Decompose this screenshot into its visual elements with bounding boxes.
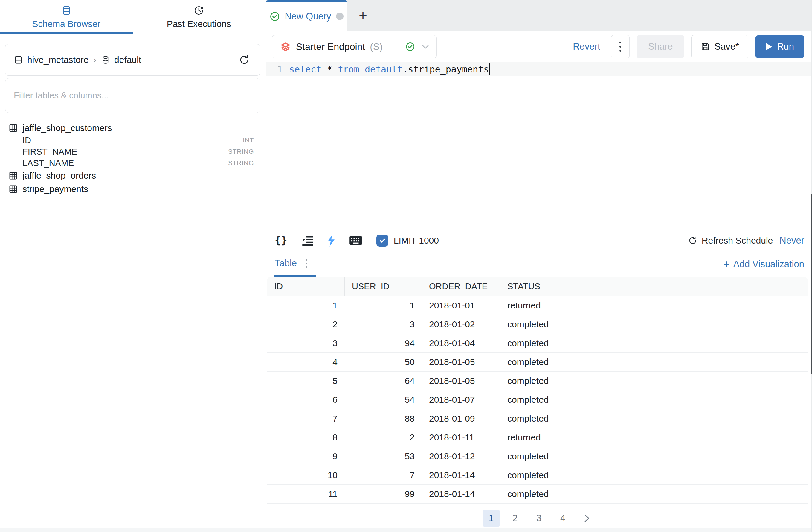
- cell-status: returned: [500, 428, 586, 447]
- schema-table-item[interactable]: jaffle_shop_customers: [5, 121, 260, 135]
- tab-new-query[interactable]: New Query: [266, 0, 347, 31]
- schema-column-name: LAST_NAME: [23, 158, 74, 168]
- sql-editor[interactable]: 1 select * from default.stripe_payments: [266, 62, 812, 230]
- lightning-icon[interactable]: [328, 235, 335, 247]
- sql-token: from: [338, 64, 359, 74]
- query-toolbar: Starter Endpoint (S) Revert: [266, 31, 812, 62]
- keyboard-shortcuts-icon[interactable]: [349, 236, 363, 246]
- filter-tables-input[interactable]: [14, 91, 251, 100]
- play-icon: [766, 43, 772, 51]
- schema-table-name: jaffle_shop_orders: [23, 170, 96, 181]
- endpoint-name: Starter Endpoint: [296, 41, 365, 52]
- cell-status: completed: [500, 315, 586, 334]
- cell-id: 2: [267, 315, 345, 334]
- table-row[interactable]: 10 7 2018-01-14 completed: [267, 466, 808, 485]
- breadcrumb-schema[interactable]: default: [114, 55, 141, 65]
- refresh-schedule: Refresh Schedule Never: [688, 235, 804, 246]
- share-button[interactable]: Share: [637, 35, 684, 58]
- cell-order-date: 2018-01-12: [422, 447, 500, 465]
- tab-past-executions-label: Past Executions: [167, 19, 231, 29]
- cell-user-id: 64: [345, 372, 422, 390]
- check-circle-icon: [270, 11, 280, 22]
- database-icon: [61, 5, 71, 16]
- cell-status: completed: [500, 353, 586, 371]
- run-button[interactable]: Run: [755, 35, 804, 58]
- limit-checkbox[interactable]: [376, 235, 388, 247]
- column-header-status[interactable]: STATUS: [500, 277, 586, 296]
- cell-order-date: 2018-01-01: [422, 296, 500, 315]
- more-options-button[interactable]: [611, 35, 629, 58]
- table-row[interactable]: 6 54 2018-01-07 completed: [267, 391, 808, 409]
- schema-database-icon: [101, 55, 110, 64]
- add-tab-button[interactable]: +: [347, 0, 378, 31]
- table-row[interactable]: 5 64 2018-01-05 completed: [267, 372, 808, 391]
- schema-column-name: FIRST_NAME: [23, 147, 77, 157]
- cell-order-date: 2018-01-09: [422, 409, 500, 428]
- chevron-right-icon: ›: [93, 55, 97, 65]
- cell-id: 1: [267, 296, 345, 315]
- format-braces-icon[interactable]: {}: [275, 235, 288, 246]
- endpoint-status-check-icon: [405, 42, 415, 52]
- tab-table-visualization[interactable]: Table: [274, 251, 316, 277]
- tab-schema-browser-label: Schema Browser: [32, 19, 100, 29]
- schema-column-item[interactable]: FIRST_NAME STRING: [5, 146, 260, 157]
- schema-list: jaffle_shop_customers ID INT FIRST_NAME …: [5, 121, 260, 196]
- schema-column-item[interactable]: LAST_NAME STRING: [5, 157, 260, 169]
- sql-token: default: [365, 64, 402, 74]
- next-page-button[interactable]: [578, 509, 596, 527]
- refresh-schedule-value[interactable]: Never: [779, 235, 804, 246]
- column-header-order-date[interactable]: ORDER_DATE: [422, 277, 500, 296]
- table-grid-icon: [9, 171, 18, 180]
- breadcrumb-catalog[interactable]: hive_metastore: [27, 55, 88, 65]
- tab-schema-browser[interactable]: Schema Browser: [0, 0, 133, 34]
- add-visualization-button[interactable]: + Add Visualization: [724, 251, 804, 277]
- save-button-label: Save*: [714, 41, 739, 52]
- table-tab-options-icon[interactable]: [306, 259, 307, 268]
- column-header-id[interactable]: ID: [267, 277, 345, 296]
- table-row[interactable]: 2 3 2018-01-02 completed: [267, 315, 808, 334]
- cell-user-id: 54: [345, 391, 422, 409]
- page-button[interactable]: 3: [531, 509, 548, 527]
- table-row[interactable]: 1 1 2018-01-01 returned: [267, 296, 808, 315]
- table-row[interactable]: 8 2 2018-01-11 returned: [267, 428, 808, 447]
- table-row[interactable]: 9 53 2018-01-12 completed: [267, 447, 808, 466]
- limit-label[interactable]: LIMIT 1000: [394, 236, 439, 246]
- cell-order-date: 2018-01-07: [422, 391, 500, 409]
- column-header-user-id[interactable]: USER_ID: [345, 277, 422, 296]
- breadcrumb[interactable]: hive_metastore › default: [5, 44, 228, 75]
- schema-table-item[interactable]: jaffle_shop_orders: [5, 169, 260, 182]
- schema-column-item[interactable]: ID INT: [5, 135, 260, 146]
- endpoint-size: (S): [370, 41, 383, 52]
- refresh-schema-button[interactable]: [228, 44, 260, 75]
- page-button[interactable]: 2: [506, 509, 524, 527]
- cell-order-date: 2018-01-11: [422, 428, 500, 447]
- revert-button[interactable]: Revert: [573, 41, 600, 52]
- scrollbar-thumb[interactable]: [811, 195, 812, 374]
- sql-token: [321, 64, 327, 74]
- sql-code: select * from default.stripe_payments: [289, 64, 489, 74]
- cell-order-date: 2018-01-04: [422, 334, 500, 352]
- table-row[interactable]: 3 94 2018-01-04 completed: [267, 334, 808, 353]
- page-button[interactable]: 1: [482, 509, 500, 527]
- cell-status: completed: [500, 485, 586, 503]
- save-button[interactable]: Save*: [691, 35, 748, 58]
- catalog-icon: [14, 55, 23, 65]
- tab-past-executions[interactable]: Past Executions: [133, 0, 265, 34]
- schema-table-name: stripe_payments: [23, 184, 88, 194]
- schema-column-type: STRING: [228, 159, 254, 167]
- cell-id: 11: [267, 485, 345, 503]
- indent-icon[interactable]: [302, 236, 314, 246]
- query-editor-panel: New Query + Starter Endpoint (S): [266, 0, 812, 532]
- table-row[interactable]: 4 50 2018-01-05 completed: [267, 353, 808, 372]
- page-button[interactable]: 4: [554, 509, 571, 527]
- add-visualization-label: Add Visualization: [734, 259, 804, 270]
- table-row[interactable]: 11 99 2018-01-14 completed: [267, 485, 808, 504]
- cell-status: completed: [500, 466, 586, 485]
- table-row[interactable]: 7 88 2018-01-09 completed: [267, 409, 808, 428]
- cell-id: 8: [267, 428, 345, 447]
- refresh-schedule-label: Refresh Schedule: [702, 236, 773, 246]
- schema-table-item[interactable]: stripe_payments: [5, 182, 260, 196]
- cell-status: completed: [500, 409, 586, 428]
- sql-token: stripe_payments: [408, 64, 489, 74]
- endpoint-selector[interactable]: Starter Endpoint (S): [272, 35, 437, 58]
